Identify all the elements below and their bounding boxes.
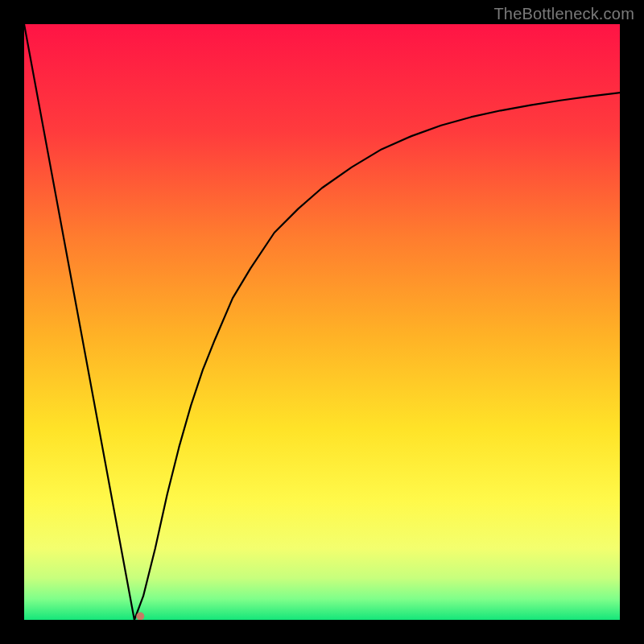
gradient-background — [24, 24, 620, 620]
watermark-text: TheBottleneck.com — [493, 5, 634, 23]
chart-svg — [24, 24, 620, 620]
chart-frame: TheBottleneck.com — [0, 0, 644, 644]
plot-area — [24, 24, 620, 620]
